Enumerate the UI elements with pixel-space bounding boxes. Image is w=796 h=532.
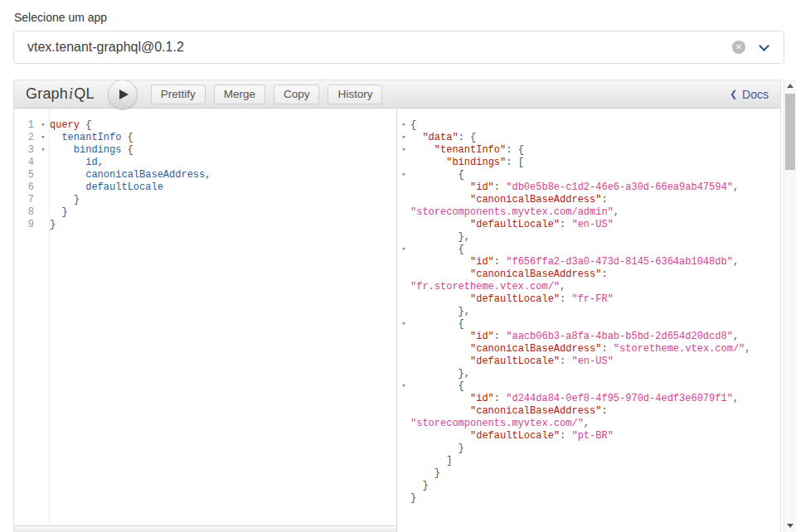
scroll-down-icon[interactable] [784,520,796,532]
code-text: canonicalBaseAddress, [50,169,211,181]
code-line: 3▾ bindings { [14,144,396,157]
code-line: "id": "aacb06b3-a8fa-4bab-b5bd-2d654d20d… [397,331,780,343]
code-line: "canonicalBaseAddress": [397,194,780,206]
scrollbar-thumb[interactable] [785,94,795,170]
chevron-down-icon[interactable] [759,41,769,51]
fold-arrow-icon[interactable]: ▾ [397,119,410,132]
query-code[interactable]: 1▾query {2▾ tenantInfo {3▾ bindings {4 i… [14,109,396,231]
fold-arrow-icon[interactable]: ▾ [397,169,410,181]
code-line: } [397,443,780,455]
line-number: 3 [14,144,36,157]
code-line: "id": "d244da84-0ef8-4f95-970d-4edf3e607… [397,393,780,405]
code-text: query { [50,119,91,132]
app-select-value: vtex.tenant-graphql@0.1.2 [27,40,732,55]
code-line: "id": "db0e5b8e-c1d2-46e6-a30d-66ea9ab47… [397,181,780,194]
play-icon [119,89,129,99]
fold-gutter [36,206,50,219]
app-select[interactable]: vtex.tenant-graphql@0.1.2 ✕ [13,31,784,64]
page-scrollbar[interactable] [784,80,796,532]
code-text: "defaultLocale": "pt-BR" [410,430,614,443]
graphiql-logo: GraphiQL [26,85,95,103]
code-text: "id": "d244da84-0ef8-4f95-970d-4edf3e607… [410,393,739,405]
line-number: 2 [14,132,36,144]
fold-arrow-icon[interactable]: ▾ [397,318,410,331]
code-line: 7 } [14,194,396,206]
fold-gutter [397,430,410,443]
fold-gutter [397,293,410,306]
code-line: 2▾ tenantInfo { [14,132,396,144]
fold-gutter [397,306,410,318]
fold-gutter [397,368,410,380]
history-button[interactable]: History [328,85,382,104]
code-line: 1▾query { [14,119,396,132]
fold-gutter [397,194,410,206]
code-text: "id": "f656ffa2-d3a0-473d-8145-6364ab104… [410,256,739,268]
query-variables-bar[interactable] [14,525,396,532]
code-text: ] [410,455,452,467]
code-line: ] [397,455,780,467]
logo-text: Graph [26,85,68,102]
code-text: tenantInfo { [50,132,133,144]
code-line: 5 canonicalBaseAddress, [14,169,396,181]
fold-arrow-icon[interactable]: ▾ [397,132,410,144]
code-line: "bindings": [ [397,157,780,169]
code-line: ▾ { [397,318,780,331]
code-text: "bindings": [ [410,157,524,169]
result-viewer: ▾{▾ "data": {▾ "tenantInfo": { "bindings… [397,109,780,532]
graphiql-toolbar: GraphiQL Prettify Merge Copy History ❮ D… [14,80,780,109]
code-line: "defaultLocale": "pt-BR" [397,430,780,443]
code-text: { [410,380,464,393]
line-number: 5 [14,169,36,181]
execute-button[interactable] [108,80,138,109]
code-text: }, [410,306,470,318]
code-line: }, [397,231,780,244]
code-line: 9} [14,219,396,231]
fold-gutter [397,343,410,355]
fold-gutter [36,157,50,169]
fold-arrow-icon[interactable]: ▾ [397,144,410,157]
line-number: 9 [14,219,36,231]
fold-arrow-icon[interactable]: ▾ [397,244,410,256]
line-number: 1 [14,119,36,132]
fold-gutter [397,331,410,343]
code-text: }, [410,368,470,380]
code-text: { [410,119,416,132]
code-text: "canonicalBaseAddress": "storetheme.vtex… [410,343,751,355]
fold-arrow-icon[interactable]: ▾ [36,144,50,157]
line-number: 7 [14,194,36,206]
code-line: "canonicalBaseAddress": "storetheme.vtex… [397,343,780,355]
code-text: } [410,443,464,455]
fold-gutter [397,443,410,455]
fold-arrow-icon[interactable]: ▾ [36,132,50,144]
fold-gutter [397,418,410,430]
code-line: "storecomponents.myvtex.com/", [397,418,780,430]
line-number: 4 [14,157,36,169]
prettify-button[interactable]: Prettify [151,85,206,104]
fold-gutter [36,181,50,194]
code-line: "canonicalBaseAddress": [397,405,780,418]
code-text: "canonicalBaseAddress": [410,194,608,206]
docs-button[interactable]: ❮ Docs [730,88,780,101]
query-editor[interactable]: 1▾query {2▾ tenantInfo {3▾ bindings {4 i… [14,109,397,532]
fold-gutter [397,231,410,244]
fold-gutter [397,355,410,368]
graphiql-panel: GraphiQL Prettify Merge Copy History ❮ D… [13,80,781,532]
fold-gutter [397,480,410,492]
scroll-up-icon[interactable] [784,80,796,92]
code-line: ▾ { [397,244,780,256]
copy-button[interactable]: Copy [274,85,320,104]
logo-text: QL [74,85,94,102]
code-text: defaultLocale [50,181,163,194]
fold-gutter [397,206,410,219]
code-text: id, [50,157,104,169]
merge-button[interactable]: Merge [214,85,265,104]
code-text: bindings { [50,144,133,157]
fold-gutter [397,256,410,268]
fold-arrow-icon[interactable]: ▾ [397,380,410,393]
clear-icon[interactable]: ✕ [732,41,745,54]
code-text: } [50,206,68,219]
code-text: "tenantInfo": { [410,144,524,157]
code-line: "fr.storetheme.vtex.com/", [397,281,780,293]
fold-arrow-icon[interactable]: ▾ [36,119,50,132]
code-line: }, [397,368,780,380]
